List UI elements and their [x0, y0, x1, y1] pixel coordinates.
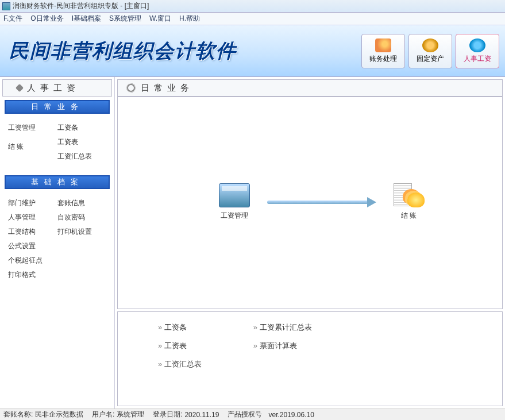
sidebar-item-payslip[interactable]: 工资条 [57, 121, 107, 135]
sidebar-group-daily: 工资管理 结 账 工资条 工资表 工资汇总表 [2, 118, 112, 172]
link-paysummary[interactable]: 工资汇总表 [158, 359, 202, 369]
sidebar-item-salary-mgmt[interactable]: 工资管理 [8, 121, 57, 135]
banner-btn-hr-payroll[interactable]: 人事工资 [456, 34, 499, 68]
status-user-label: 用户名: [92, 410, 114, 419]
status-acct: 民非企示范数据 [35, 410, 83, 419]
sidebar-group-daily-header[interactable]: 日常业务 [5, 100, 110, 114]
status-bar: 套账名称: 民非企示范数据 用户名: 系统管理 登录日期: 2020.11.19… [0, 409, 505, 420]
quick-links-panel: 工资条 工资表 工资汇总表 工资累计汇总表 票面计算表 [117, 311, 503, 406]
ledger-icon [375, 38, 391, 52]
sidebar-item-printer[interactable]: 打印机设置 [57, 225, 107, 239]
sidebar-item-change-pwd[interactable]: 自改密码 [57, 210, 107, 225]
status-lic-label: 产品授权号 [228, 410, 262, 419]
sidebar: 人事工资 日常业务 工资管理 结 账 工资条 工资表 工资汇总表 基础档案 [0, 77, 115, 409]
flow-node-salary-mgmt[interactable]: 工资管理 [219, 183, 250, 221]
status-date-label: 登录日期: [153, 410, 182, 419]
coins-icon [394, 183, 425, 207]
banner-btn-label: 人事工资 [464, 54, 491, 64]
sidebar-item-pay-struct[interactable]: 工资结构 [8, 225, 57, 239]
sidebar-group-base-header[interactable]: 基础档案 [5, 175, 110, 189]
main-area: 日常业务 工资管理 结 账 工资条 工资表 工资汇总表 [115, 77, 505, 409]
menu-system[interactable]: S系统管理 [109, 14, 141, 24]
menu-daily[interactable]: O日常业务 [30, 14, 63, 24]
status-date: 2020.11.19 [184, 411, 219, 419]
sidebar-item-blank [8, 135, 57, 140]
menu-base[interactable]: I基础档案 [72, 14, 101, 24]
link-cumulative-summary[interactable]: 工资累计汇总表 [253, 322, 312, 333]
banner-buttons: 账务处理 固定资产 人事工资 [361, 34, 499, 68]
menu-window[interactable]: W.窗口 [149, 14, 171, 24]
gear-icon [127, 84, 135, 92]
link-payslip[interactable]: 工资条 [158, 322, 202, 333]
banner: 民间非营利组织会计软件 账务处理 固定资产 人事工资 [0, 25, 505, 77]
banner-btn-label: 固定资产 [417, 54, 444, 64]
status-user: 系统管理 [117, 410, 144, 419]
banner-btn-label: 账务处理 [369, 54, 397, 64]
sidebar-item-dept[interactable]: 部门维护 [8, 196, 57, 210]
menu-file[interactable]: F.文件 [3, 14, 22, 24]
banner-btn-fixed-assets[interactable]: 固定资产 [408, 34, 452, 68]
flow-arrow-icon [267, 198, 376, 206]
app-icon [2, 2, 10, 10]
main-title: 日常业务 [117, 79, 503, 97]
link-denomination[interactable]: 票面计算表 [253, 341, 312, 351]
sidebar-item-hr[interactable]: 人事管理 [8, 210, 57, 225]
sidebar-item-paysummary[interactable]: 工资汇总表 [57, 149, 107, 164]
menu-help[interactable]: H.帮助 [179, 14, 200, 24]
people-icon [469, 38, 485, 52]
sidebar-item-paytable[interactable]: 工资表 [57, 135, 107, 149]
flow-node-label: 结 账 [401, 211, 417, 221]
sidebar-item-formula[interactable]: 公式设置 [8, 239, 57, 253]
banner-btn-accounting[interactable]: 账务处理 [361, 34, 405, 68]
status-lic: ver.2019.06.10 [268, 411, 314, 419]
flow-node-closing[interactable]: 结 账 [394, 183, 425, 221]
flow-node-label: 工资管理 [221, 211, 248, 221]
sidebar-item-closing[interactable]: 结 账 [8, 140, 57, 154]
title-bar: 润衡财务软件-民间非营利组织专版 - [主窗口] [0, 0, 505, 13]
sidebar-group-base: 部门维护 人事管理 工资结构 公式设置 个税起征点 打印格式 套账信息 自改密码… [2, 194, 112, 290]
sidebar-title: 人事工资 [2, 79, 112, 97]
menu-bar: F.文件 O日常业务 I基础档案 S系统管理 W.窗口 H.帮助 [0, 13, 505, 25]
sidebar-item-print-format[interactable]: 打印格式 [8, 268, 57, 282]
link-paytable[interactable]: 工资表 [158, 341, 202, 351]
app-logo-text: 民间非营利组织会计软件 [6, 38, 237, 64]
status-acct-label: 套账名称: [3, 410, 33, 419]
sidebar-item-tax-threshold[interactable]: 个税起征点 [8, 253, 57, 268]
sheet-icon [219, 183, 250, 207]
window-title: 润衡财务软件-民间非营利组织专版 - [主窗口] [13, 1, 149, 11]
sidebar-item-account-info[interactable]: 套账信息 [57, 196, 107, 210]
workflow-canvas: 工资管理 结 账 [117, 97, 503, 309]
asset-icon [422, 38, 438, 52]
